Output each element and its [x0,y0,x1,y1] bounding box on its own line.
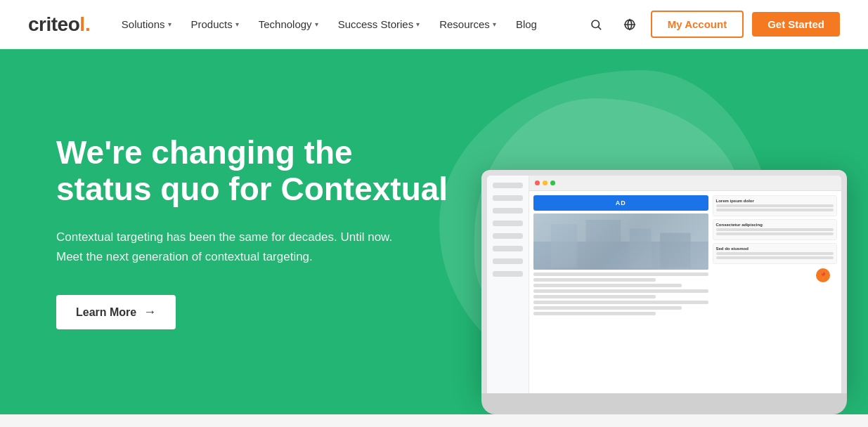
get-started-button[interactable]: Get Started [752,12,840,37]
sidebar-card-1: Lorem ipsum dolor [713,195,838,216]
sidebar-card-line-2 [716,209,834,211]
nav-label-blog: Blog [516,18,537,30]
learn-more-label: Learn More [76,306,136,319]
sidebar-card-line-5 [716,252,834,255]
svg-rect-4 [533,242,708,270]
nav-label-resources: Resources [439,18,490,30]
svg-rect-5 [551,224,577,268]
arrow-icon: → [143,305,156,320]
hero-title: We're changing the status quo for Contex… [56,134,450,209]
svg-rect-6 [586,220,621,268]
sidebar-card-title-3: Sed do eiusmod [716,247,834,251]
content-image [533,214,708,270]
nav-item-solutions[interactable]: Solutions ▾ [113,13,180,36]
chevron-icon-products: ▾ [235,20,239,28]
sidebar-card-line-3 [716,228,834,231]
chevron-icon-solutions: ▾ [168,20,171,28]
mockup-content: AD [529,191,841,322]
logo-bracket: l. [79,13,91,36]
laptop-screen: AD [481,170,847,393]
sidebar-item-2 [493,195,523,201]
mockup-left-panel: AD [533,195,708,317]
mockup-topbar [529,176,841,191]
navbar: criteol. Solutions ▾ Products ▾ Technolo… [0,0,868,49]
nav-label-products: Products [191,18,233,30]
hero-section: We're changing the status quo for Contex… [0,49,868,414]
bottom-section: Grow your business with best-in-class ad… [0,414,868,427]
sidebar-item-6 [493,246,523,251]
nav-item-success-stories[interactable]: Success Stories ▾ [330,13,429,36]
text-line-3 [533,284,682,287]
sidebar-card-title-2: Consectetur adipiscing [716,223,834,227]
logo[interactable]: criteol. [28,13,91,36]
mockup-sidebar [487,176,529,393]
sidebar-item-3 [493,208,523,214]
hero-content: We're changing the status quo for Contex… [56,134,450,330]
ad-banner: AD [533,195,708,211]
nav-item-technology[interactable]: Technology ▾ [250,13,327,36]
sidebar-item-5 [493,233,523,239]
topbar-dot-yellow [543,180,548,185]
nav-item-products[interactable]: Products ▾ [183,13,247,36]
svg-line-1 [598,27,600,29]
sidebar-card-line-1 [716,204,834,207]
sidebar-card-line-6 [716,256,834,259]
nav-item-resources[interactable]: Resources ▾ [431,13,505,36]
laptop-base [481,393,847,414]
chevron-icon-success-stories: ▾ [416,20,420,28]
nav-links: Solutions ▾ Products ▾ Technology ▾ Succ… [113,13,583,36]
logo-text: criteo [28,13,79,36]
my-account-button[interactable]: My Account [651,11,744,38]
sidebar-item-8 [493,271,523,277]
laptop-mockup: AD [481,170,847,414]
nav-item-blog[interactable]: Blog [507,13,545,36]
svg-rect-3 [533,214,708,270]
topbar-dot-red [535,180,540,185]
svg-rect-8 [660,233,690,268]
nav-label-success-stories: Success Stories [338,18,414,30]
laptop-screen-inner: AD [487,176,841,393]
sidebar-card-line-4 [716,232,834,235]
sidebar-card-3: Sed do eiusmod [713,243,838,264]
text-line-4 [533,289,708,293]
sidebar-card-2: Consectetur adipiscing [713,219,838,240]
mockup-right-panel: Lorem ipsum dolor Consectetur adipiscing [713,195,838,317]
nav-label-solutions: Solutions [122,18,165,30]
text-line-2 [533,278,656,282]
sidebar-item-1 [493,183,523,188]
content-image-svg [533,214,708,270]
topbar-dot-green [550,180,555,185]
search-button[interactable] [583,12,609,37]
chevron-icon-technology: ▾ [315,20,318,28]
svg-rect-7 [630,228,652,268]
text-line-7 [533,306,682,310]
sidebar-card-title-1: Lorem ipsum dolor [716,199,834,203]
globe-button[interactable] [617,12,642,37]
chevron-icon-resources: ▾ [493,20,496,28]
sidebar-item-4 [493,221,523,226]
text-line-6 [533,301,708,304]
nav-actions: My Account Get Started [583,11,840,38]
text-line-5 [533,295,656,298]
pin-icon: 📍 [816,268,830,282]
text-line-1 [533,272,708,276]
mockup-main: AD [529,176,841,393]
text-line-8 [533,312,656,315]
sidebar-item-7 [493,258,523,264]
nav-label-technology: Technology [259,18,312,30]
learn-more-button[interactable]: Learn More → [56,295,176,329]
hero-description: Contextual targeting has been the same f… [56,228,394,267]
